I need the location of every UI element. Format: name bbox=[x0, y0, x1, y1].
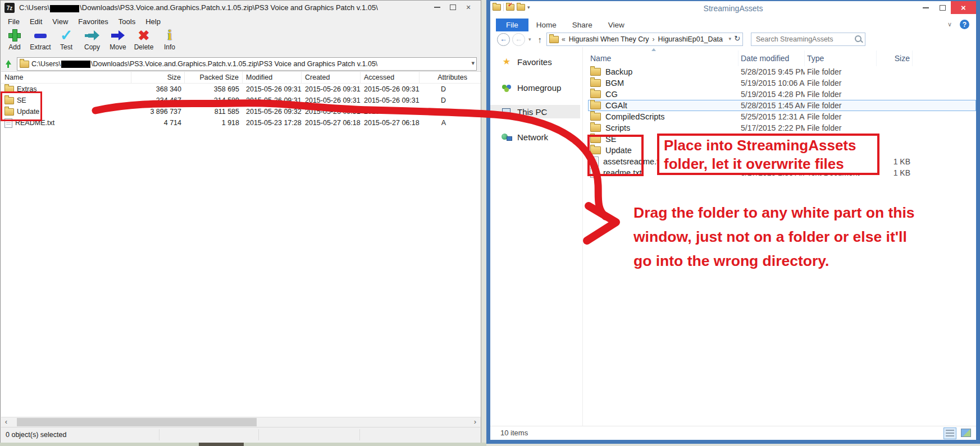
menu-item-file[interactable]: File bbox=[3, 17, 25, 26]
toolbar-label: Delete bbox=[133, 43, 154, 51]
7zip-file-list: NameSizePacked SizeModifiedCreatedAccess… bbox=[1, 71, 481, 417]
file-name: assetsreadme.txt bbox=[603, 157, 665, 166]
up-button[interactable]: ↑ bbox=[538, 35, 543, 44]
close-button[interactable]: × bbox=[951, 1, 976, 14]
file-row-scripts[interactable]: Scripts5/17/2015 2:22 PMFile folder bbox=[588, 122, 976, 134]
minimize-button[interactable] bbox=[429, 2, 445, 13]
file-icon bbox=[4, 118, 12, 128]
toolbar-button-extract[interactable]: Extract bbox=[28, 27, 53, 52]
minimize-button[interactable] bbox=[917, 1, 934, 14]
tab-view[interactable]: View bbox=[600, 19, 632, 31]
tab-file[interactable]: File bbox=[496, 19, 528, 31]
breadcrumb[interactable]: «Higurashi When They Cry›HigurashiEp01_D… bbox=[546, 33, 743, 46]
menu-item-tools[interactable]: Tools bbox=[113, 17, 140, 26]
breadcrumb-home-icon: « bbox=[562, 35, 566, 43]
file-icon bbox=[590, 157, 599, 167]
details-view-button[interactable] bbox=[943, 427, 956, 439]
breadcrumb-segment-higurashi-when-they-cry[interactable]: Higurashi When They Cry bbox=[569, 35, 649, 43]
scroll-right-icon[interactable]: › bbox=[471, 418, 479, 426]
7zip-titlebar[interactable]: 7z C:\Users\\Downloads\PS3.Voice.and.Gra… bbox=[1, 1, 481, 15]
menu-item-help[interactable]: Help bbox=[140, 17, 166, 26]
file-row-se[interactable]: SE234 467214 5892015-05-26 09:312015-05-… bbox=[1, 95, 481, 106]
menu-item-edit[interactable]: Edit bbox=[25, 17, 47, 26]
created-cell: 2015-05-26 09:31 bbox=[302, 95, 361, 106]
toolbar-label: Extract bbox=[30, 43, 51, 51]
thumbnails-view-button[interactable] bbox=[960, 427, 972, 438]
toolbar-button-test[interactable]: ✓Test bbox=[53, 27, 79, 52]
type-cell: File folder bbox=[805, 89, 877, 100]
file-row-extras[interactable]: Extras368 340358 6952015-05-26 09:312015… bbox=[1, 84, 481, 95]
address-dropdown-icon[interactable]: ▾ bbox=[729, 36, 732, 42]
column-header-modified[interactable]: Modified bbox=[243, 72, 302, 83]
root-folder-icon[interactable] bbox=[4, 59, 13, 68]
file-row-readme-txt[interactable]: README.txt4 7141 9182015-05-23 17:282015… bbox=[1, 117, 481, 128]
scroll-left-icon[interactable]: ‹ bbox=[2, 418, 10, 426]
column-header-created[interactable]: Created bbox=[302, 72, 361, 83]
collapse-ribbon-icon[interactable]: ∨ bbox=[947, 21, 952, 28]
menu-item-favorites[interactable]: Favorites bbox=[73, 17, 113, 26]
column-header-size[interactable]: Size bbox=[877, 50, 913, 66]
help-icon[interactable]: ? bbox=[960, 20, 969, 29]
size-cell bbox=[877, 134, 913, 145]
column-header-type[interactable]: Type bbox=[805, 50, 877, 66]
forward-button[interactable]: ← bbox=[512, 33, 525, 46]
maximize-button[interactable] bbox=[445, 2, 461, 13]
toolbar-button-add[interactable]: Add bbox=[2, 27, 28, 52]
sidebar-item-label: Favorites bbox=[517, 57, 552, 67]
horizontal-scrollbar[interactable]: ‹ › bbox=[1, 417, 480, 427]
sidebar-item-label: Homegroup bbox=[517, 83, 561, 93]
sidebar-item-homegroup[interactable]: Homegroup bbox=[490, 81, 580, 94]
accessed-cell: 2015-05-26 09:31 bbox=[361, 84, 420, 95]
file-row-cg[interactable]: CG5/19/2015 4:28 PMFile folder bbox=[588, 89, 976, 100]
copy-icon bbox=[84, 28, 101, 43]
toolbar-button-info[interactable]: iInfo bbox=[157, 27, 183, 52]
sidebar-item-favorites[interactable]: ★Favorites bbox=[490, 55, 580, 68]
file-name-cell: CG bbox=[588, 89, 739, 100]
toolbar-button-move[interactable]: Move bbox=[105, 27, 131, 52]
folder-icon bbox=[590, 135, 601, 143]
toolbar-label: Add bbox=[4, 43, 25, 51]
column-header-name[interactable]: Name bbox=[1, 72, 131, 83]
column-header-size[interactable]: Size bbox=[131, 72, 185, 83]
column-header-attributes[interactable]: Attributes bbox=[420, 72, 481, 83]
sidebar-item-this-pc[interactable]: This PC bbox=[490, 105, 580, 118]
refresh-icon[interactable]: ↻ bbox=[734, 34, 740, 43]
toolbar-button-delete[interactable]: ✖Delete bbox=[131, 27, 157, 52]
close-button[interactable]: × bbox=[461, 2, 476, 13]
file-row-backup[interactable]: Backup5/28/2015 9:45 PMFile folder bbox=[588, 66, 976, 77]
toolbar-button-copy[interactable]: Copy bbox=[79, 27, 105, 52]
file-row-cgalt[interactable]: CGAlt5/28/2015 1:45 AMFile folder bbox=[588, 100, 976, 111]
folder-icon bbox=[590, 102, 601, 109]
column-header-accessed[interactable]: Accessed bbox=[361, 72, 420, 83]
tab-share[interactable]: Share bbox=[564, 19, 600, 31]
attributes-cell: A bbox=[420, 117, 481, 128]
chevron-down-icon[interactable]: ▾ bbox=[471, 59, 475, 67]
packed-size-cell: 358 695 bbox=[185, 84, 243, 95]
file-row-bgm[interactable]: BGM5/19/2015 10:06 AMFile folder bbox=[588, 77, 976, 89]
file-name: Update bbox=[605, 146, 632, 155]
file-row-compiledscripts[interactable]: CompiledScripts5/25/2015 12:31 AMFile fo… bbox=[588, 111, 976, 122]
column-header-name[interactable]: Name bbox=[588, 50, 739, 66]
file-row-update[interactable]: Update3 896 737811 5852015-05-26 09:3220… bbox=[1, 106, 481, 117]
recent-locations-icon[interactable]: ▾ bbox=[528, 36, 531, 42]
address-combobox[interactable]: C:\Users\\Downloads\PS3.Voice.and.Graphi… bbox=[17, 57, 477, 71]
column-header-packed-size[interactable]: Packed Size bbox=[185, 72, 243, 83]
size-cell: 368 340 bbox=[131, 84, 185, 95]
search-icon[interactable] bbox=[855, 35, 862, 42]
sidebar-item-label: This PC bbox=[517, 107, 547, 117]
created-cell: 2015-05-27 06:18 bbox=[302, 117, 361, 128]
maximize-button[interactable] bbox=[934, 1, 951, 14]
scrollbar-thumb[interactable] bbox=[17, 418, 257, 426]
annotation-place-note: Place into StreamingAssets folder, let i… bbox=[657, 134, 879, 175]
search-input[interactable] bbox=[755, 34, 853, 45]
tab-home[interactable]: Home bbox=[528, 19, 564, 31]
column-header-date-modified[interactable]: Date modified bbox=[739, 50, 805, 66]
menu-item-view[interactable]: View bbox=[47, 17, 73, 26]
back-button[interactable]: ← bbox=[497, 33, 510, 46]
7zip-statusbar: 0 object(s) selected bbox=[1, 427, 480, 442]
sidebar-item-network[interactable]: Network bbox=[490, 130, 580, 144]
delete-icon: ✖ bbox=[135, 28, 152, 43]
explorer-titlebar[interactable]: ✓ ▾ StreamingAssets × bbox=[490, 1, 976, 17]
modified-cell: 2015-05-26 09:31 bbox=[243, 84, 302, 95]
breadcrumb-segment-higurashiep01-data[interactable]: HigurashiEp01_Data bbox=[658, 35, 723, 43]
